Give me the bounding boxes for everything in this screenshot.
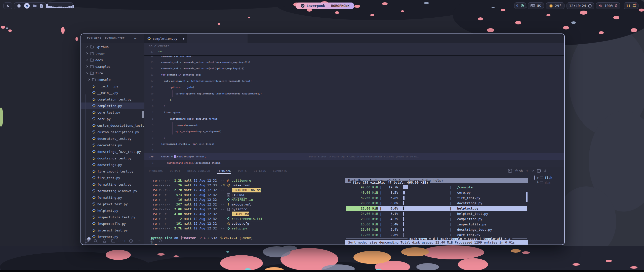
tree-item-formatting-py[interactable]: formatting.py [81, 194, 144, 201]
visualizer-bar [58, 7, 60, 8]
tree-item-completion-test-py[interactable]: completion_test.py [81, 96, 144, 103]
new-terminal-button[interactable]: + [526, 168, 528, 173]
dua-row-inspectutils-py[interactable]: 16.00 KiB|3.4%|inspectutils.py [346, 222, 527, 227]
tree-item-fire-test-py[interactable]: fire_test.py [81, 175, 144, 181]
dua-row-completion-py[interactable]: 20.00 KiB|4.3%|completion.py [346, 216, 527, 222]
updates-pill[interactable]: 9 [514, 2, 526, 9]
terminal-filename: pylintrc [232, 207, 247, 212]
testing-beaker-icon[interactable] [102, 239, 107, 243]
dua-row-docstrings-py[interactable]: 28.00 KiB|6.0%|docstrings.py [346, 200, 527, 206]
explorer-files-icon[interactable]: 1 [85, 239, 89, 243]
terminal-dropdown-chevron[interactable] [532, 170, 534, 172]
remote-icon[interactable]: (··) [120, 239, 124, 243]
dua-scrollbar[interactable] [526, 192, 528, 202]
tree-item-formatting-windows-py[interactable]: formatting_windows.py [81, 188, 144, 194]
terminal-list-item-fish[interactable]: ┌fish [534, 175, 564, 180]
tree-item-formatting-test-py[interactable]: formatting_test.py [81, 181, 144, 188]
tree-item--main-py[interactable]: __main__.py [81, 89, 144, 96]
dua-row-fire-test-py[interactable]: 32.00 KiB|6.8%|fire_test.py [346, 195, 527, 200]
panel-tab-comments[interactable]: COMMENTS [273, 167, 287, 175]
terminal-filename: setup.py [232, 226, 247, 231]
workspace-compass-icon[interactable] [17, 4, 21, 8]
volume-pill[interactable]: 100% [596, 2, 620, 9]
sidebar-scrollbar[interactable] [142, 111, 144, 118]
more-icon[interactable]: ⋯ [137, 239, 142, 243]
panel-tab-output[interactable]: OUTPUT [170, 167, 180, 175]
keyboard-layout-pill[interactable]: US [528, 2, 544, 9]
tree-item-core-py[interactable]: core.py [81, 116, 144, 122]
record-circle-icon[interactable] [158, 239, 163, 243]
search-icon[interactable] [93, 239, 98, 243]
workspace-active[interactable]: N [24, 3, 30, 9]
tree-item--github[interactable]: .github [81, 44, 144, 50]
tree-item-label: decorators.py [97, 143, 122, 147]
tree-item-decorators-py[interactable]: decorators.py [81, 142, 144, 148]
dua-row-helptext-test-py[interactable]: 24.00 KiB|5.1%|helptext_test.py [346, 211, 527, 216]
workspace-folder-icon[interactable] [33, 4, 37, 8]
clock-pill[interactable]: 12:40:24 [567, 2, 594, 9]
updates-count: 9 [516, 4, 518, 8]
tree-item-docs[interactable]: docs [81, 57, 144, 63]
terminal-output[interactable]: .rw-r--r-- 1.2k matt 12 Aug 12:32 -- git… [144, 175, 345, 245]
folder-icon[interactable] [111, 239, 115, 243]
tree-item-decorators-test-py[interactable]: decorators_test.py [81, 135, 144, 142]
panel-tab-ports[interactable]: PORTS [238, 167, 247, 175]
terminal-list-item-dua[interactable]: └dua [534, 180, 564, 185]
dua-row--console[interactable]: 92.00 KiB|19.7%|/console [346, 185, 527, 190]
tree-item-inspectutils-py[interactable]: inspectutils.py [81, 220, 144, 227]
terminal-filename: setup.cfg [232, 221, 249, 226]
tree-item--venv[interactable]: .venv [81, 50, 144, 57]
tree-item-inspectutils-test-py[interactable]: inspectutils_test.py [81, 214, 144, 220]
tree-item-console[interactable]: console [81, 76, 144, 83]
tree-item-core-test-py[interactable]: core_test.py [81, 109, 144, 116]
panel-tab-problems[interactable]: PROBLEMS [149, 167, 163, 175]
python-file-icon [92, 150, 96, 153]
panel-more-button[interactable]: ⋯ [550, 169, 552, 173]
tree-item-label: fire_test.py [97, 176, 120, 180]
timeline-history-icon[interactable] [129, 239, 133, 243]
terminal-icon [540, 176, 543, 179]
dua-disk-usage[interactable]: Disk Usage Analyzer v2.29.2 (press ? for… [345, 175, 528, 245]
tree-item-completion-py[interactable]: completion.py [81, 103, 144, 109]
shell-label: fish [515, 169, 523, 173]
panel-tab-terminal[interactable]: TERMINAL [217, 167, 231, 175]
panel-tab-debug-console[interactable]: DEBUG CONSOLE [187, 167, 210, 175]
python-file-icon [92, 228, 96, 232]
panel-tab-gitlens[interactable]: GITLENS [254, 167, 266, 175]
tree-item-fire[interactable]: fire [81, 70, 144, 76]
split-terminal-icon[interactable] [537, 169, 541, 173]
python-file-icon [92, 183, 96, 186]
tab-completion-py[interactable]: completion.py [144, 34, 187, 43]
kill-terminal-icon[interactable] [544, 169, 547, 173]
launcher-button[interactable] [3, 2, 12, 9]
tree-item-examples[interactable]: examples [81, 63, 144, 70]
volume-level: 100% [605, 4, 613, 8]
tree-item-docstrings-fuzz-test-py[interactable]: docstrings_fuzz_test.py [81, 148, 144, 155]
explorer-header: EXPLORER: PYTHON-FIRE [87, 34, 125, 43]
notifications-pill[interactable]: 11 [624, 2, 638, 9]
tree-item-fire-import-test-py[interactable]: fire_import_test.py [81, 168, 144, 175]
explorer-actions-more[interactable]: ⋯ [134, 34, 136, 43]
weather-pill[interactable]: 29° [546, 2, 565, 9]
media-player-pill[interactable]: Lazerpunk - ROBOPHONK [296, 3, 354, 9]
code-line-3: 3) [144, 134, 565, 141]
tree-item-helptext-test-py[interactable]: helptext_test.py [81, 201, 144, 207]
tree-item-label: custom_descriptions.py [97, 130, 139, 134]
settings-gear-icon[interactable] [149, 239, 154, 243]
tree-item-docstrings-test-py[interactable]: docstrings_test.py [81, 155, 144, 161]
dua-row-docstrings-test-py[interactable]: 16.00 KiB|3.4%|docstrings_test.py [346, 227, 527, 232]
tree-item-label: completion_test.py [97, 97, 131, 101]
dua-row-helptext-py[interactable]: 28.00 KiB|6.0%|helptext.py [346, 206, 527, 211]
tree-item-docstrings-py[interactable]: docstrings.py [81, 161, 144, 168]
dua-row-core-py[interactable]: 40.00 KiB|8.5%|core.py [346, 190, 527, 195]
tree-item-helptext-py[interactable]: helptext.py [81, 207, 144, 214]
code-editor[interactable]: 16commands_set.add(name) 15commands_set … [144, 56, 565, 167]
tab-modified-dot[interactable] [183, 38, 184, 40]
tree-item-interact-test-py[interactable]: interact_test.py [81, 227, 144, 233]
tree-item--init-py[interactable]: __init__.py [81, 83, 144, 89]
tree-item-label: console [97, 78, 111, 82]
tree-item-custom-descriptions-py[interactable]: custom_descriptions.py [81, 129, 144, 135]
terminal-file-row: .rw-r--r-- 2.7k matt 12 Aug 12:32 -- set… [151, 226, 247, 231]
tree-item-custom-descriptions-test-[interactable]: custom_descriptions_test.… [81, 122, 144, 129]
workspace-file-icon[interactable] [40, 4, 43, 8]
